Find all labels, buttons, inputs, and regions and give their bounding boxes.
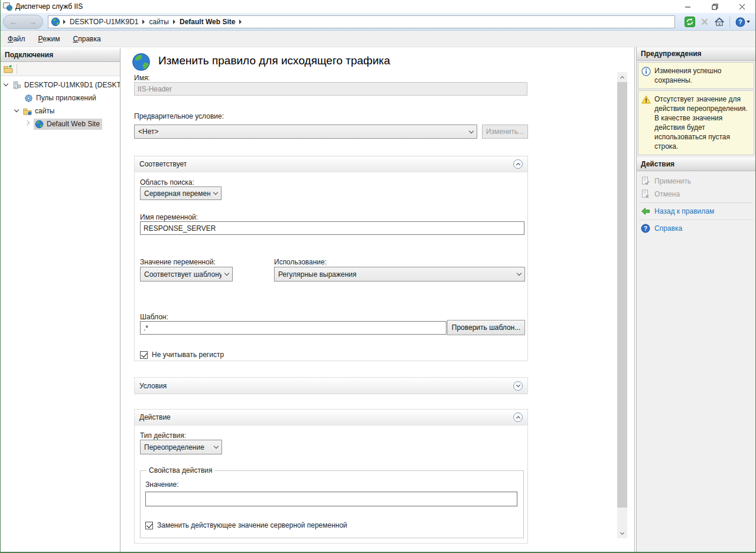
collapse-icon[interactable] — [4, 82, 10, 88]
ignore-case-label: Не учитывать регистр — [152, 351, 224, 359]
tree-item-label: Пулы приложений — [36, 94, 96, 102]
scroll-down-button[interactable] — [617, 528, 627, 538]
home-button[interactable] — [713, 16, 725, 28]
toolbar-separator — [17, 64, 17, 74]
breadcrumb[interactable]: DESKTOP-U1MK9D1 сайты Default Web Site — [48, 15, 675, 28]
refresh-button[interactable] — [684, 16, 696, 28]
iis-app-icon — [3, 2, 12, 11]
action-type-label: Тип действия: — [140, 431, 186, 440]
ignore-case-checkbox[interactable] — [140, 351, 148, 359]
actions-header: Действия — [637, 158, 755, 171]
tree-item-app-pools[interactable]: Пулы приложений — [1, 91, 120, 104]
action-section-title: Действие — [139, 413, 171, 421]
name-label: Имя: — [134, 74, 150, 82]
chevron-down-icon — [224, 271, 229, 276]
stop-button — [699, 16, 711, 28]
help-link[interactable]: ? Справка — [637, 222, 755, 235]
globe-icon — [51, 17, 60, 27]
back-to-rules-label: Назад к правилам — [654, 207, 714, 215]
back-arrow-icon — [641, 207, 650, 216]
apply-label: Применить — [654, 177, 691, 185]
breadcrumb-default-web-site[interactable]: Default Web Site — [180, 18, 235, 26]
breadcrumb-arrow-icon — [173, 19, 175, 24]
app-pools-icon — [24, 94, 33, 103]
info-alert-text: Изменения успешно сохранены. — [654, 66, 748, 85]
expand-icon[interactable] — [25, 121, 31, 127]
test-pattern-button[interactable]: Проверить шаблон... — [447, 320, 525, 335]
menu-file[interactable]: Файл — [8, 35, 25, 43]
back-to-rules-link[interactable]: Назад к правилам — [637, 205, 755, 218]
toolbar-separator — [729, 17, 730, 27]
name-field — [134, 82, 527, 96]
save-connection-button[interactable] — [4, 64, 13, 74]
breadcrumb-arrow-icon — [63, 19, 66, 24]
collapse-section-button[interactable] — [513, 159, 523, 169]
tree-item-default-web-site[interactable]: Default Web Site — [1, 117, 120, 130]
restore-button[interactable] — [701, 0, 728, 13]
menu-view[interactable]: Режим — [38, 35, 60, 43]
tree-item-label: сайты — [35, 107, 55, 115]
help-icon: ? — [735, 17, 745, 27]
variable-name-field[interactable] — [140, 221, 524, 235]
actions-separator — [639, 220, 753, 220]
vertical-scrollbar — [617, 72, 627, 538]
stop-icon — [700, 17, 709, 27]
warning-icon — [641, 95, 651, 104]
pattern-label: Шаблон: — [140, 313, 168, 321]
breadcrumb-arrow-icon — [142, 19, 145, 24]
alerts-header: Предупреждения — [637, 47, 755, 61]
action-type-select[interactable]: Переопределение — [140, 440, 222, 454]
tree-item-server[interactable]: DESKTOP-U1MK9D1 (DESKTOP — [1, 78, 120, 91]
apply-button: Применить — [637, 175, 755, 188]
collapse-section-button[interactable] — [513, 413, 523, 422]
using-label: Использование: — [274, 258, 327, 266]
warning-alert: Отсутствует значение для действия переоп… — [638, 90, 754, 155]
action-section: Действие Тип действия: Переопределение С… — [134, 409, 528, 544]
action-properties-title: Свойства действия — [146, 466, 214, 475]
menu-help[interactable]: Справка — [73, 35, 101, 43]
scope-select[interactable]: Серверная переменн — [140, 186, 221, 200]
breadcrumb-sites[interactable]: сайты — [149, 18, 169, 26]
edit-precondition-button: Изменить... — [482, 125, 528, 139]
using-select[interactable]: Регулярные выражения — [274, 267, 525, 282]
menu-bar: Файл Режим Справка — [1, 31, 755, 47]
variable-name-label: Имя переменной: — [140, 213, 198, 221]
actions-separator — [639, 202, 753, 203]
back-icon[interactable]: ← — [9, 18, 17, 27]
forward-icon[interactable]: → — [29, 18, 37, 27]
help-dropdown-icon — [747, 21, 750, 23]
cancel-button: Отмена — [637, 188, 755, 201]
collapse-icon[interactable] — [15, 108, 21, 114]
sites-folder-icon — [23, 107, 32, 116]
chevron-down-icon — [214, 444, 219, 449]
svg-text:?: ? — [738, 18, 742, 25]
precondition-select[interactable]: <Нет> — [134, 125, 477, 139]
match-section-title: Соответствует — [139, 160, 187, 168]
scroll-up-button[interactable] — [617, 72, 627, 82]
warning-alert-text: Отсутствует значение для действия переоп… — [654, 94, 748, 151]
selected-tree-item[interactable]: Default Web Site — [34, 119, 102, 130]
right-panel: Предупреждения Изменения успешно сохране… — [636, 47, 755, 552]
replace-value-checkbox[interactable] — [145, 522, 153, 529]
action-properties-group: Свойства действия Значение: Заменить дей… — [140, 466, 524, 538]
server-icon — [12, 81, 21, 90]
chevron-down-icon — [213, 190, 218, 195]
conditions-section-title: Условия — [139, 382, 167, 390]
variable-value-select[interactable]: Соответствует шаблону — [140, 267, 233, 282]
help-label: Справка — [654, 224, 682, 233]
chevron-down-icon — [517, 271, 522, 276]
page-title: Изменить правило для исходящего трафика — [158, 54, 390, 67]
tree-item-label: DESKTOP-U1MK9D1 (DESKTOP — [24, 81, 120, 89]
close-button[interactable] — [728, 0, 755, 13]
expand-section-button[interactable] — [513, 381, 523, 391]
info-icon — [641, 67, 651, 76]
minimize-button[interactable] — [674, 0, 701, 13]
scrollbar-thumb[interactable] — [617, 82, 627, 508]
tree-item-sites[interactable]: сайты — [1, 104, 120, 117]
breadcrumb-server[interactable]: DESKTOP-U1MK9D1 — [70, 18, 138, 26]
pattern-field[interactable] — [140, 321, 447, 335]
help-button[interactable]: ? — [734, 16, 751, 28]
page-globe-icon — [131, 52, 151, 72]
value-field[interactable] — [145, 492, 517, 506]
refresh-icon — [685, 17, 695, 27]
